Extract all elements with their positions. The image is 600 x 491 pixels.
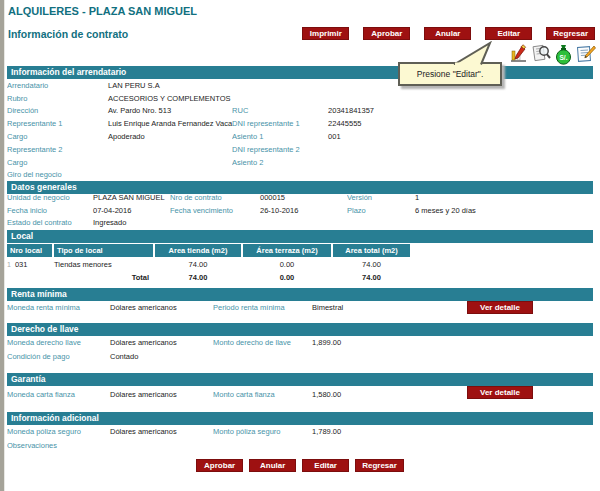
section-header-arrendatario: Información del arrendatario xyxy=(7,66,593,79)
regresar-button-bottom[interactable]: Regresar xyxy=(355,459,404,472)
field-label: Arrendatario xyxy=(7,81,108,90)
field-value: ACCESORIOS Y COMPLEMENTOS xyxy=(108,94,232,103)
aprobar-button[interactable]: Aprobar xyxy=(363,27,410,40)
field-label: Nro de contrato xyxy=(170,193,260,202)
editar-button[interactable]: Editar xyxy=(485,27,532,40)
imprimir-button[interactable]: Imprimir xyxy=(302,27,349,40)
field-label: Plazo xyxy=(347,206,415,215)
field-label: Asiento 2 xyxy=(232,158,328,167)
field-value: Apoderado xyxy=(108,132,232,141)
row-index: 1 xyxy=(7,261,11,268)
field-label: Moneda derecho llave xyxy=(7,338,110,347)
field-label: Asiento 1 xyxy=(232,132,328,141)
field-label: Condición de pago xyxy=(7,352,110,361)
local-table-header: Nro local Tipo de local Area tienda (m2)… xyxy=(7,244,593,257)
field-label: RUC xyxy=(232,106,328,115)
field-value: 22445555 xyxy=(328,119,593,128)
money-bag-label: S/. xyxy=(560,54,568,61)
field-value: Dólares americanos xyxy=(110,390,213,399)
field-label: Moneda carta fianza xyxy=(7,390,110,399)
field-value: 001 xyxy=(328,132,593,141)
field-label: DNI representante 2 xyxy=(232,145,328,154)
field-value: 000015 xyxy=(260,193,347,202)
local-table-row: 1031 Tiendas menores 74.00 0.00 74.00 xyxy=(7,258,593,271)
field-value: Dólares americanos xyxy=(110,338,213,347)
field-value: 1,580.00 xyxy=(312,390,593,399)
local-table-total-row: Total 74.00 0.00 74.00 xyxy=(7,271,593,284)
field-label: Dirección xyxy=(7,106,108,115)
local-area-terraza-value: 0.00 xyxy=(243,260,331,269)
field-value: LAN PERU S.A xyxy=(108,81,232,90)
tooltip-callout: Presione "Editar". xyxy=(398,62,502,86)
field-label: Moneda póliza seguro xyxy=(7,427,110,436)
section-header-garantia: Garantía xyxy=(7,373,593,386)
local-area-tienda-value: 74.00 xyxy=(155,260,241,269)
datos-generales-fields: Unidad de negocioPLAZA SAN MIGUELNro de … xyxy=(7,191,593,229)
anular-button[interactable]: Anular xyxy=(424,27,471,40)
page-subtitle: Información de contrato xyxy=(8,28,128,40)
local-area-total-value: 74.00 xyxy=(333,260,410,269)
field-label: Monto carta fianza xyxy=(213,390,312,399)
field-value: 1,899.00 xyxy=(312,338,593,347)
field-label: Cargo xyxy=(7,158,108,167)
local-total-terraza: 0.00 xyxy=(243,273,331,282)
field-value: 20341841357 xyxy=(328,106,593,115)
document-search-icon[interactable] xyxy=(531,43,552,65)
field-label: Unidad de negocio xyxy=(7,193,93,202)
field-value: 6 meses y 20 días xyxy=(415,206,593,215)
section-header-local: Local xyxy=(7,230,593,243)
page-title: ALQUILERES - PLAZA SAN MIGUEL xyxy=(8,5,197,17)
arrendatario-fields: ArrendatarioLAN PERU S.A RubroACCESORIOS… xyxy=(7,79,593,181)
field-label: Cargo xyxy=(7,132,108,141)
field-label: Observaciones xyxy=(7,441,110,450)
local-col-nro: Nro local xyxy=(7,244,52,257)
contract-info-page: ALQUILERES - PLAZA SAN MIGUEL Informació… xyxy=(0,0,600,491)
field-label: Rubro xyxy=(7,94,108,103)
anular-button-bottom[interactable]: Anular xyxy=(249,459,296,472)
field-label: Estado del contrato xyxy=(7,218,93,227)
field-label: Representante 1 xyxy=(7,119,108,128)
tooltip-tail xyxy=(440,41,510,65)
local-total-area: 74.00 xyxy=(333,273,410,282)
field-label: Representante 2 xyxy=(7,145,108,154)
field-value: Contado xyxy=(110,352,213,361)
field-label: DNI representante 1 xyxy=(232,119,328,128)
info-adicional-fields: Moneda póliza seguroDólares americanosMo… xyxy=(7,425,593,453)
left-border-strip xyxy=(0,0,5,491)
tooltip-text: Presione "Editar". xyxy=(417,69,484,79)
field-label: Fecha vencimiento xyxy=(170,206,260,215)
report-chart-icon[interactable] xyxy=(509,43,530,65)
field-value: Luis Enrique Aranda Fernandez Vaca xyxy=(108,119,232,128)
field-value: Dólares americanos xyxy=(110,303,213,312)
field-label: Versión xyxy=(347,193,415,202)
field-label: Monto derecho de llave xyxy=(213,338,312,347)
field-label: Fecha inicio xyxy=(7,206,93,215)
local-nro-value: 031 xyxy=(15,260,28,269)
field-value: 1,789.00 xyxy=(312,427,593,436)
section-header-info-adicional: Información adicional xyxy=(7,412,593,425)
local-tipo-value: Tiendas menores xyxy=(54,260,153,269)
local-col-area-tienda: Area tienda (m2) xyxy=(155,244,241,257)
notepad-edit-icon[interactable] xyxy=(575,43,596,65)
action-icons-row: S/. xyxy=(509,43,596,65)
field-value: Ingresado xyxy=(93,218,170,227)
local-col-area-total: Area total (m2) xyxy=(333,244,410,257)
regresar-button[interactable]: Regresar xyxy=(546,27,595,40)
local-col-area-terraza: Área terraza (m2) xyxy=(243,244,331,257)
field-value: 26-10-2016 xyxy=(260,206,347,215)
money-bag-icon[interactable]: S/. xyxy=(553,43,574,65)
ver-detalle-garantia-button[interactable]: Ver detalle xyxy=(467,386,533,399)
field-label: Monto póliza seguro xyxy=(213,427,312,436)
aprobar-button-bottom[interactable]: Aprobar xyxy=(196,459,243,472)
field-label: Giro del negocio xyxy=(7,170,108,179)
section-header-derecho-llave: Derecho de llave xyxy=(7,323,593,336)
field-label: Moneda renta mínima xyxy=(7,303,110,312)
footer-toolbar: Aprobar Anular Editar Regresar xyxy=(0,459,600,472)
local-col-tipo: Tipo de local xyxy=(54,244,153,257)
field-value: Av. Pardo Nro. 513 xyxy=(108,106,232,115)
field-value: Dólares americanos xyxy=(110,427,213,436)
field-value: 1 xyxy=(415,193,593,202)
field-value: PLAZA SAN MIGUEL xyxy=(93,193,170,202)
ver-detalle-renta-button[interactable]: Ver detalle xyxy=(467,301,533,314)
editar-button-bottom[interactable]: Editar xyxy=(302,459,349,472)
